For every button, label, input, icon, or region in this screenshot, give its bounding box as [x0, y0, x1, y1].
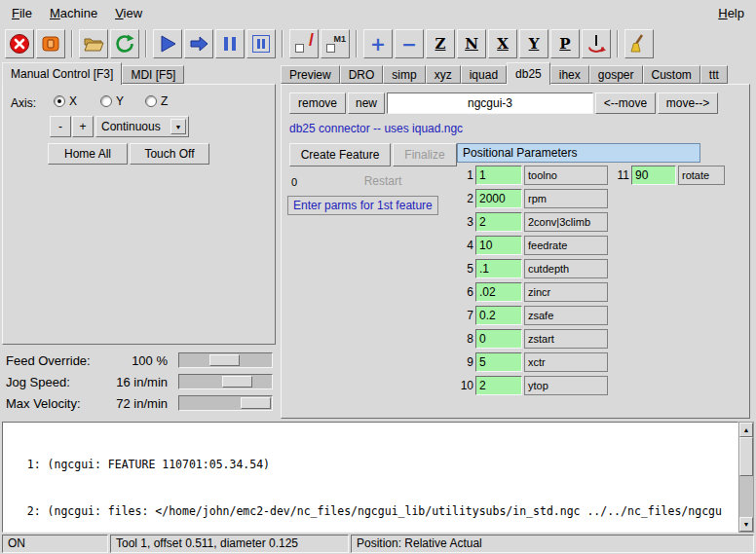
tab-db25[interactable]: db25 — [507, 62, 550, 85]
param-number: 8 — [457, 332, 473, 346]
restart-button[interactable]: Restart — [315, 174, 451, 188]
slider-handle[interactable] — [209, 354, 240, 366]
tab-iquad[interactable]: iquad — [461, 65, 507, 84]
jog-speed-slider[interactable] — [178, 374, 273, 389]
tab-gosper[interactable]: gosper — [589, 65, 643, 84]
param-value-input[interactable] — [475, 376, 522, 395]
move-right-button[interactable]: move--> — [658, 92, 718, 114]
new-tab-button[interactable]: new — [348, 92, 385, 114]
param-value-input[interactable] — [475, 236, 522, 255]
max-velocity-slider[interactable] — [178, 395, 273, 411]
pause-button[interactable] — [215, 29, 245, 58]
param-value-input[interactable] — [475, 259, 522, 278]
feature-count: 0 — [291, 176, 297, 188]
log-line: 2: (ngcgui: files: </home/john/emc2-dev/… — [7, 503, 734, 519]
param-value-input[interactable] — [475, 329, 522, 349]
param-value-input[interactable] — [475, 352, 522, 372]
stop-button[interactable] — [246, 29, 276, 58]
jog-minus-button[interactable]: - — [50, 116, 71, 137]
stop-icon — [250, 33, 272, 55]
reload-button[interactable] — [110, 29, 139, 58]
param-value-input[interactable] — [631, 166, 676, 185]
tab-ttt[interactable]: ttt — [700, 65, 728, 84]
rotate-view-button[interactable] — [582, 29, 611, 58]
create-feature-button[interactable]: Create Feature — [289, 143, 391, 166]
tab-dro[interactable]: DRO — [340, 65, 384, 84]
zoom-out-button[interactable]: − — [395, 29, 424, 58]
param-number: 11 — [610, 168, 629, 182]
clear-plot-button[interactable] — [624, 29, 654, 58]
home-all-button[interactable]: Home All — [48, 143, 128, 165]
step-button[interactable] — [184, 29, 213, 58]
power-icon — [40, 33, 61, 55]
menu-file[interactable]: File — [3, 2, 41, 24]
param-value-input[interactable] — [475, 189, 522, 208]
view-x-button[interactable]: X — [488, 29, 517, 58]
tab-name-input[interactable] — [387, 92, 593, 114]
param-number: 4 — [457, 239, 473, 252]
param-value-input[interactable] — [475, 212, 522, 232]
view-z-rotated-button[interactable]: N — [457, 29, 486, 58]
slider-handle[interactable] — [241, 397, 271, 409]
position-mode: Position: Relative Actual — [351, 535, 754, 553]
tab-mdi[interactable]: MDI [F5] — [122, 65, 184, 84]
tab-simp[interactable]: simp — [383, 65, 425, 84]
tab-custom[interactable]: Custom — [643, 65, 700, 84]
view-perspective-button[interactable]: P — [550, 29, 580, 58]
menu-help[interactable]: Help — [709, 2, 753, 24]
log-scrollbar[interactable]: ▲ ▼ — [738, 422, 754, 533]
ngcgui-db25-panel: remove new <--move move--> db25 connecto… — [281, 84, 750, 419]
menu-view[interactable]: View — [106, 2, 151, 24]
jog-mode-select[interactable]: Continuous ▼ — [95, 116, 189, 137]
tab-ihex[interactable]: ihex — [550, 65, 589, 84]
menu-machine[interactable]: Machine — [41, 2, 106, 24]
param-row: 5 cutdepth — [457, 258, 608, 279]
zoom-out-icon: − — [401, 35, 417, 54]
move-left-button[interactable]: <--move — [595, 92, 656, 114]
axis-radio-y[interactable]: Y — [100, 94, 124, 108]
scroll-down-icon[interactable]: ▼ — [739, 517, 753, 532]
max-velocity-value: 72 in/min — [94, 396, 168, 411]
tab-xyz[interactable]: xyz — [426, 65, 461, 84]
toolbar-separator — [71, 30, 73, 57]
axis-radio-z[interactable]: Z — [145, 94, 168, 108]
open-file-button[interactable] — [79, 29, 108, 58]
jog-plus-button[interactable]: + — [72, 116, 94, 137]
jog-mode-value: Continuous — [101, 120, 161, 133]
remove-tab-button[interactable]: remove — [289, 92, 346, 114]
param-value-input[interactable] — [475, 166, 522, 185]
estop-button[interactable] — [5, 29, 34, 58]
touch-off-button[interactable]: Touch Off — [130, 143, 209, 165]
chevron-down-icon: ▼ — [170, 119, 186, 134]
view-x-icon: X — [497, 35, 509, 53]
machine-power-button[interactable] — [36, 29, 65, 58]
subroutine-description: db25 connector -- uses iquad.ngc — [289, 122, 463, 135]
view-y-button[interactable]: Y — [519, 29, 548, 58]
zoom-in-button[interactable]: + — [363, 29, 393, 58]
axis-radio-x[interactable]: X — [54, 94, 77, 108]
view-y-icon: Y — [529, 35, 540, 53]
view-perspective-icon: P — [559, 35, 570, 53]
param-row: 6 zincr — [457, 281, 608, 303]
param-value-input[interactable] — [475, 306, 522, 325]
ngcgui-message: Enter parms for 1st feature — [287, 196, 438, 215]
feed-override-value: 100 % — [94, 353, 168, 368]
finalize-button[interactable]: Finalize — [393, 143, 457, 166]
slider-handle[interactable] — [222, 376, 252, 388]
view-z-button[interactable]: Z — [426, 29, 455, 58]
params-header: Positional Parameters — [457, 143, 700, 163]
toolbar-separator — [282, 30, 284, 57]
skip-lines-button[interactable]: / — [289, 29, 319, 58]
param-row: 9 xctr — [457, 351, 608, 373]
run-button[interactable] — [153, 29, 182, 58]
scrollbar-thumb[interactable] — [739, 437, 753, 476]
tab-preview[interactable]: Preview — [281, 65, 340, 84]
optional-stop-button[interactable]: M1 — [321, 29, 350, 58]
estop-icon — [9, 33, 30, 55]
tab-manual-control[interactable]: Manual Control [F3] — [2, 62, 122, 85]
scroll-up-icon[interactable]: ▲ — [739, 423, 753, 437]
axis-radio-x-label: X — [69, 94, 77, 108]
feed-override-slider[interactable] — [178, 352, 273, 368]
param-name-label: zsafe — [524, 306, 608, 325]
param-value-input[interactable] — [475, 282, 522, 302]
